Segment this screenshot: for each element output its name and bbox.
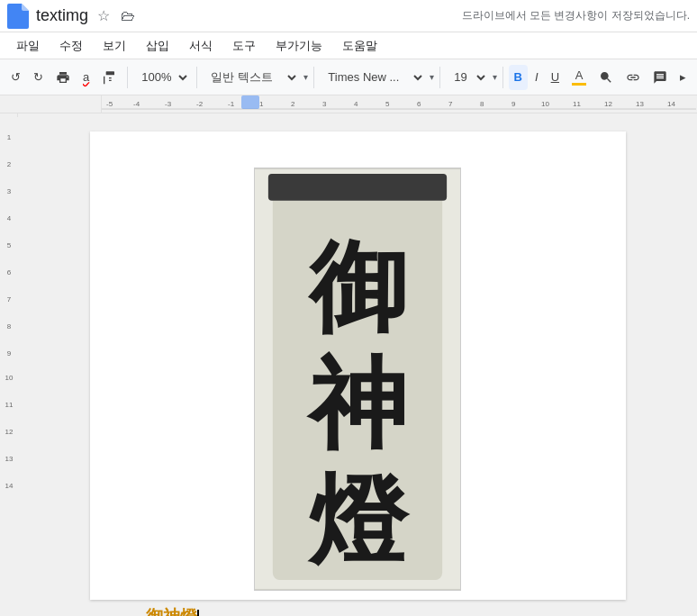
svg-text:7: 7 [448, 100, 453, 108]
text-cursor [197, 610, 199, 616]
menu-insert[interactable]: 삽입 [137, 34, 178, 58]
text-color-button[interactable]: A [566, 65, 592, 90]
menu-format[interactable]: 서식 [180, 34, 222, 58]
svg-text:12: 12 [604, 100, 612, 108]
separator-2 [196, 67, 197, 88]
svg-rect-21 [241, 95, 259, 109]
menu-bar: 파일 수정 보기 삽입 서식 도구 부가기능 도움말 [0, 32, 697, 59]
spellcheck-button[interactable]: a [77, 65, 95, 90]
svg-text:13: 13 [5, 455, 13, 463]
svg-text:14: 14 [5, 482, 13, 490]
separator-4 [439, 67, 440, 88]
svg-text:2: 2 [6, 160, 11, 168]
svg-text:9: 9 [511, 100, 516, 108]
vertical-ruler-svg: 1 2 3 4 5 6 7 8 9 10 11 12 13 14 [0, 117, 18, 616]
svg-text:7: 7 [6, 295, 11, 303]
comment-button[interactable] [647, 65, 673, 90]
menu-help[interactable]: 도움말 [333, 34, 386, 58]
svg-text:3: 3 [322, 100, 327, 108]
ruler-left-side [0, 95, 102, 113]
svg-text:6: 6 [417, 100, 421, 108]
redo-button[interactable]: ↻ [28, 65, 49, 90]
separator-5 [502, 67, 503, 88]
paint-format-button[interactable] [96, 65, 122, 90]
doc-title[interactable]: textimg [36, 6, 88, 25]
svg-text:5: 5 [6, 241, 11, 249]
separator-3 [313, 67, 314, 88]
toolbar: ↺ ↻ a 100% 일반 텍스트 ▾ Times New ... ▾ 19 ▾… [0, 59, 697, 95]
svg-text:1: 1 [259, 100, 264, 108]
svg-text:-1: -1 [228, 100, 235, 108]
bold-button[interactable]: B [509, 65, 528, 90]
left-ruler: 1 2 3 4 5 6 7 8 9 10 11 12 13 14 [0, 113, 18, 616]
svg-text:3: 3 [6, 187, 11, 195]
doc-text-line[interactable]: 御神燈 [144, 605, 572, 616]
svg-rect-39 [268, 174, 447, 201]
print-button[interactable] [50, 65, 76, 90]
italic-button[interactable]: I [530, 65, 544, 90]
ruler-main: -5 -4 -3 -2 -1 1 2 3 4 5 6 7 8 9 10 11 1… [102, 95, 697, 113]
svg-text:11: 11 [5, 401, 13, 409]
fontsize-dropdown-arrow: ▾ [493, 72, 497, 82]
svg-text:-2: -2 [196, 100, 204, 108]
svg-text:4: 4 [354, 100, 358, 108]
ruler-svg: -5 -4 -3 -2 -1 1 2 3 4 5 6 7 8 9 10 11 1… [102, 95, 697, 113]
svg-text:-5: -5 [106, 100, 113, 108]
font-size-select[interactable]: 19 [446, 65, 488, 90]
svg-text:1: 1 [6, 133, 11, 141]
svg-text:5: 5 [385, 100, 390, 108]
kanji-image-svg: 御 神 燈 [255, 168, 460, 591]
svg-text:10: 10 [541, 100, 549, 108]
star-icon[interactable]: ☆ [95, 5, 112, 26]
svg-text:神: 神 [306, 350, 407, 459]
more-button[interactable]: ▸ [674, 65, 692, 90]
svg-text:12: 12 [5, 428, 13, 436]
font-name-select[interactable]: Times New ... [320, 65, 426, 90]
svg-text:-3: -3 [165, 100, 172, 108]
menu-view[interactable]: 보기 [94, 34, 135, 58]
svg-text:2: 2 [291, 100, 295, 108]
svg-text:御: 御 [307, 234, 407, 343]
svg-text:-4: -4 [133, 100, 140, 108]
svg-text:8: 8 [480, 100, 484, 108]
svg-text:8: 8 [6, 322, 11, 331]
save-status: 드라이브에서 모든 변경사항이 저장되었습니다. [462, 8, 690, 23]
image-container: 御 神 燈 [254, 168, 461, 591]
paragraph-style-select[interactable]: 일반 텍스트 [203, 65, 300, 90]
svg-text:燈: 燈 [307, 467, 411, 575]
menu-file[interactable]: 파일 [7, 34, 49, 58]
kanji-text: 御神燈 [146, 607, 197, 616]
highlight-button[interactable] [593, 65, 619, 90]
doc-icon [7, 4, 29, 29]
style-dropdown-arrow: ▾ [303, 72, 308, 82]
doc-page: 御 神 燈 御神燈 [90, 131, 626, 600]
doc-scroll-area[interactable]: 御 神 燈 御神燈 [18, 113, 697, 616]
svg-text:4: 4 [6, 214, 11, 222]
svg-text:13: 13 [636, 100, 644, 108]
menu-tools[interactable]: 도구 [223, 34, 265, 58]
svg-text:11: 11 [573, 100, 581, 108]
menu-addons[interactable]: 부가기능 [267, 34, 331, 58]
folder-icon[interactable]: 🗁 [119, 6, 137, 26]
svg-text:10: 10 [5, 374, 13, 382]
svg-text:14: 14 [667, 100, 675, 108]
undo-button[interactable]: ↺ [5, 65, 26, 90]
doc-area: 1 2 3 4 5 6 7 8 9 10 11 12 13 14 [0, 113, 697, 616]
menu-edit[interactable]: 수정 [50, 34, 92, 58]
kanji-image[interactable]: 御 神 燈 [254, 168, 461, 591]
svg-text:9: 9 [6, 349, 11, 358]
ruler-area: -5 -4 -3 -2 -1 1 2 3 4 5 6 7 8 9 10 11 1… [0, 95, 697, 113]
separator-1 [127, 67, 128, 88]
underline-button[interactable]: U [546, 65, 565, 90]
font-dropdown-arrow: ▾ [430, 72, 434, 82]
title-bar: textimg ☆ 🗁 드라이브에서 모든 변경사항이 저장되었습니다. [0, 0, 697, 32]
title-actions: ☆ 🗁 [95, 5, 137, 26]
svg-text:6: 6 [6, 268, 11, 276]
link-button[interactable] [620, 65, 646, 90]
zoom-select[interactable]: 100% [133, 65, 191, 90]
